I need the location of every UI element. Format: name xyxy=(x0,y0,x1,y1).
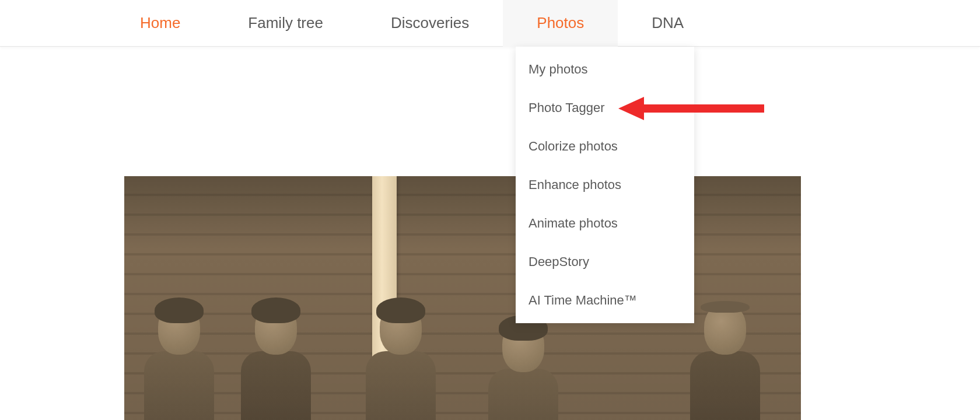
nav-discoveries[interactable]: Discoveries xyxy=(357,0,503,47)
nav-home-label: Home xyxy=(140,14,180,32)
annotation-arrow-icon xyxy=(618,96,764,121)
dropdown-deepstory[interactable]: DeepStory xyxy=(516,243,694,281)
photo-person xyxy=(684,303,766,420)
dropdown-enhance-photos-label: Enhance photos xyxy=(528,177,621,192)
dropdown-colorize-photos-label: Colorize photos xyxy=(528,139,618,153)
dropdown-ai-time-machine-label: AI Time Machine™ xyxy=(528,293,637,307)
dropdown-animate-photos-label: Animate photos xyxy=(528,216,618,230)
nav-discoveries-label: Discoveries xyxy=(391,14,469,32)
top-nav: Home Family tree Discoveries Photos DNA xyxy=(0,0,980,47)
dropdown-my-photos-label: My photos xyxy=(528,62,588,76)
nav-dna-label: DNA xyxy=(652,14,684,32)
nav-family-tree[interactable]: Family tree xyxy=(214,0,357,47)
nav-home[interactable]: Home xyxy=(140,0,214,47)
photo-person xyxy=(360,303,442,420)
hero-photo xyxy=(124,176,801,420)
hero-photo-image xyxy=(124,176,801,420)
dropdown-animate-photos[interactable]: Animate photos xyxy=(516,204,694,243)
dropdown-deepstory-label: DeepStory xyxy=(528,254,589,269)
dropdown-ai-time-machine[interactable]: AI Time Machine™ xyxy=(516,281,694,320)
nav-family-tree-label: Family tree xyxy=(248,14,323,32)
nav-dna[interactable]: DNA xyxy=(618,0,718,47)
nav-photos-label: Photos xyxy=(537,14,584,32)
dropdown-colorize-photos[interactable]: Colorize photos xyxy=(516,127,694,166)
nav-photos[interactable]: Photos xyxy=(503,0,618,47)
svg-marker-1 xyxy=(618,97,644,120)
dropdown-my-photos[interactable]: My photos xyxy=(516,50,694,89)
photo-person xyxy=(482,321,564,420)
photos-dropdown: My photos Photo Tagger Colorize photos E… xyxy=(516,47,694,323)
photo-person xyxy=(235,303,317,420)
dropdown-enhance-photos[interactable]: Enhance photos xyxy=(516,166,694,204)
dropdown-photo-tagger-label: Photo Tagger xyxy=(528,100,604,115)
photo-person xyxy=(138,303,220,420)
